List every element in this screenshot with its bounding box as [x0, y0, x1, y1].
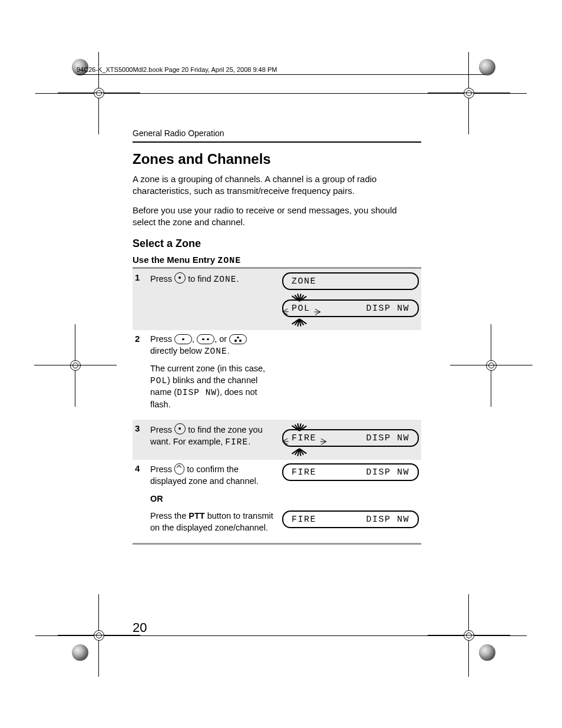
t: , or — [214, 334, 227, 344]
lcd-display: FIRE DISP NW — [282, 510, 419, 528]
softkey-three-dot-icon — [229, 334, 247, 344]
lcd-text-right: DISP NW — [366, 467, 409, 477]
lcd-text: FIRE — [292, 433, 316, 443]
lcd-text: POL — [292, 304, 310, 314]
t: , — [192, 334, 194, 344]
page-content: General Radio Operation Zones and Channe… — [133, 129, 421, 545]
ptt-label: PTT — [189, 511, 204, 521]
t: Press — [150, 465, 172, 474]
lcd-text-left: FIRE — [292, 467, 316, 477]
step-number: 2 — [135, 334, 150, 344]
page-number: 20 — [133, 620, 147, 635]
t: . — [248, 437, 250, 446]
lcd-text-right: DISP NW — [366, 304, 409, 314]
step-number: 1 — [135, 272, 150, 282]
t: Press — [150, 274, 172, 284]
menu-heading-prefix: Use the Menu Entry — [133, 255, 215, 265]
lcd-text-left-blinking: POL — [292, 304, 310, 314]
lcd-text-right: DISP NW — [366, 515, 409, 525]
lcd-text-left: FIRE — [292, 515, 316, 525]
lcd-display: ZONE — [282, 272, 419, 290]
home-button-icon — [174, 463, 184, 475]
book-header-meta: 94C26-K_XTS5000Mdl2.book Page 20 Friday,… — [77, 66, 485, 75]
subheading: Select a Zone — [133, 238, 421, 250]
blink-rays-icon — [288, 448, 312, 456]
code: DISP NW — [177, 388, 217, 397]
code: FIRE — [225, 437, 248, 447]
lcd-text-left: ZONE — [292, 276, 316, 286]
step-figure: ZONE POL — [276, 272, 419, 327]
step-number: 4 — [135, 463, 150, 473]
softkey-two-dot-icon — [197, 334, 214, 344]
code: ZONE — [204, 347, 227, 356]
menu-heading: Use the Menu Entry ZONE — [133, 255, 421, 266]
menu-heading-code: ZONE — [217, 256, 241, 266]
t: . — [236, 274, 239, 284]
t: The current zone (in this case, — [150, 364, 265, 373]
step-figure: FIRE DISP NW FIRE DISP NW — [276, 463, 419, 528]
lcd-text-left-blinking: FIRE — [292, 433, 316, 443]
lcd-display: FIRE DISP NW — [282, 429, 419, 447]
t: . — [227, 346, 230, 355]
or-label: OR — [150, 494, 163, 503]
nav-dot-button-icon — [174, 272, 186, 284]
t: Press the — [150, 511, 186, 521]
t: Press — [150, 334, 172, 344]
lcd-display: POL DISP NW — [282, 299, 419, 317]
step-text: Press to find the zone you want. For exa… — [150, 423, 276, 454]
section-label: General Radio Operation — [133, 129, 421, 138]
blink-rays-icon — [288, 294, 312, 302]
intro-p2: Before you use your radio to receive or … — [133, 205, 421, 229]
code: POL — [150, 376, 167, 386]
step-2: 2 Press , , or directly below ZONE. The … — [133, 330, 421, 420]
step-text: Press to confirm the displayed zone and … — [150, 463, 276, 539]
t: Press — [150, 425, 172, 434]
section-rule — [133, 141, 421, 143]
t: to find — [188, 274, 211, 284]
code: ZONE — [214, 275, 237, 284]
step-number: 3 — [135, 423, 150, 433]
lcd-text-right: DISP NW — [366, 433, 409, 443]
nav-dot-button-icon — [174, 423, 186, 434]
step-3: 3 Press to find the zone you want. For e… — [133, 420, 421, 460]
steps-table: 1 Press to find ZONE. ZONE — [133, 267, 421, 545]
step-text: Press to find ZONE. — [150, 272, 276, 292]
blink-rays-icon — [288, 318, 312, 327]
t: directly below — [150, 346, 202, 355]
step-1: 1 Press to find ZONE. ZONE — [133, 269, 421, 330]
step-text: Press , , or directly below ZONE. The cu… — [150, 334, 276, 416]
intro-p1: A zone is a grouping of channels. A chan… — [133, 173, 421, 197]
softkey-one-dot-icon — [174, 334, 192, 344]
step-figure: FIRE DISP NW — [276, 423, 419, 456]
blink-rays-icon — [288, 423, 312, 431]
page-title: Zones and Channels — [133, 151, 421, 167]
lcd-display: FIRE DISP NW — [282, 463, 419, 481]
step-4: 4 Press to confirm the displayed zone an… — [133, 460, 421, 543]
